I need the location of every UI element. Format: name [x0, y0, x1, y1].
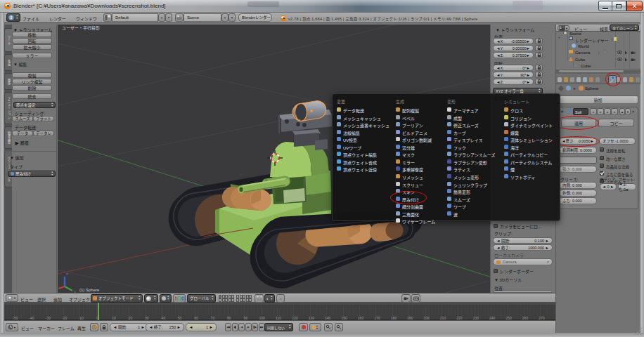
svg-text:z: z	[66, 272, 68, 276]
